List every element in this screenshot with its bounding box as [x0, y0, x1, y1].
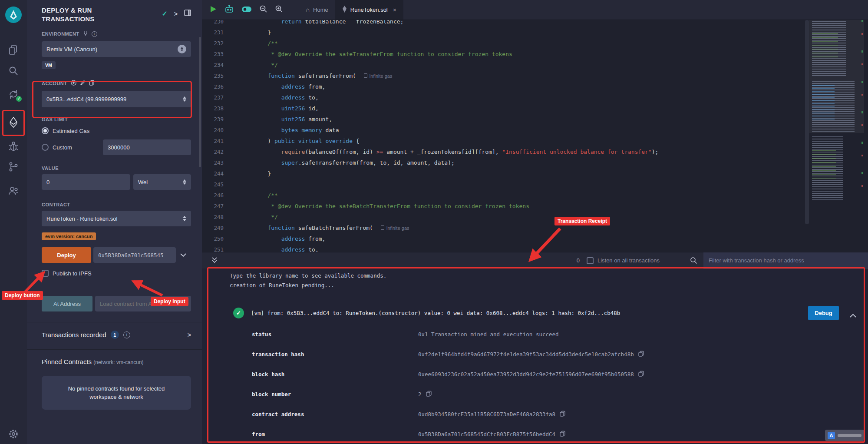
contract-stepper-icon[interactable] [180, 216, 186, 221]
code-line[interactable]: */ [254, 60, 803, 70]
code-line[interactable]: function safeBatchTransferFrom(infinite … [254, 222, 803, 233]
at-address-button[interactable]: At Address [42, 296, 92, 311]
close-tab-icon[interactable]: × [393, 7, 396, 13]
receipt-row: transaction hash 0xf2de1f964bfd4f9a6d679… [252, 344, 855, 364]
copy-icon[interactable] [560, 411, 565, 418]
account-value: 0x5B3...eddC4 (99.9999999999 [46, 96, 126, 103]
receipt-row: contract address 0xd8b934580fcE35a11B58C… [252, 404, 855, 424]
settings-icon[interactable] [8, 428, 19, 440]
solidity-compiler-icon[interactable]: ✓ [8, 89, 19, 100]
editor-scrollbar[interactable] [805, 20, 809, 224]
receipt-value: 0xd8b934580fcE35a11B58C6D73aDeE468a2833f… [418, 411, 555, 417]
code-line[interactable]: uint256 amount, [254, 114, 803, 125]
file-explorer-icon[interactable] [8, 44, 19, 56]
contract-select[interactable]: RuneToken - RuneToken.sol [42, 211, 191, 226]
code-line[interactable]: uint256 id, [254, 103, 803, 114]
remix-ide: ✓ DEPLOY & RUN TRANSACTIONS ✓ > [0, 0, 868, 444]
compile-success-badge: ✓ [16, 96, 22, 102]
code-line[interactable]: * @dev Override the safeTransferFrom fun… [254, 49, 803, 60]
account-stepper-icon[interactable] [180, 96, 186, 102]
plugin-manager-icon[interactable] [8, 185, 19, 196]
search-icon[interactable] [8, 65, 19, 76]
deploy-input[interactable] [93, 247, 176, 263]
estimated-gas-radio[interactable] [42, 127, 49, 134]
terminal-search-icon[interactable] [690, 257, 697, 264]
transaction-summary: [vm] from: 0x5B3...eddC4 to: RuneToken.(… [251, 310, 620, 316]
icon-rail: ✓ [0, 0, 27, 444]
account-select[interactable]: 0x5B3...eddC4 (99.9999999999 [42, 91, 191, 107]
run-script-icon[interactable] [210, 5, 217, 15]
fork-icon[interactable] [83, 30, 88, 38]
code-line[interactable]: * @dev Override the safeBatchTransferFro… [254, 201, 803, 212]
code-line[interactable]: } [254, 168, 803, 179]
remix-logo[interactable] [5, 6, 22, 23]
code-editor-pane: 2302312322332342352362372382392402412422… [202, 20, 868, 252]
copilot-toggle-icon[interactable] [241, 6, 252, 14]
expand-terminal-icon[interactable] [211, 257, 218, 265]
code-line[interactable] [254, 179, 803, 190]
copy-icon[interactable] [638, 351, 644, 358]
deploy-button[interactable]: Deploy [42, 247, 91, 263]
transactions-expand-icon[interactable]: > [188, 331, 191, 338]
environment-label: ENVIRONMENT [42, 31, 79, 36]
value-input[interactable] [42, 174, 130, 190]
code-line[interactable]: } [254, 27, 803, 38]
code-line[interactable]: super.safeTransferFrom(from, to, id, amo… [254, 157, 803, 168]
transactions-count-badge: 1 [111, 331, 119, 339]
copy-icon[interactable] [560, 431, 565, 438]
receipt-row: status 0x1 Transaction mined and executi… [252, 324, 855, 344]
code-line[interactable]: */ [254, 212, 803, 222]
publish-ipfs-checkbox[interactable] [42, 270, 49, 277]
debug-button[interactable]: Debug [808, 306, 839, 320]
code-line[interactable]: address from, [254, 81, 803, 92]
code-line[interactable]: /** [254, 38, 803, 49]
add-account-icon[interactable] [71, 80, 76, 87]
custom-gas-input[interactable] [103, 139, 191, 155]
ai-copilot-icon[interactable] [224, 5, 234, 15]
solidity-file-icon [342, 6, 347, 14]
code-line[interactable]: require(balanceOf(from, id) >= amount + … [254, 146, 803, 157]
zoom-out-icon[interactable] [259, 5, 267, 15]
environment-stepper-icon[interactable] [178, 45, 186, 53]
expand-panel-icon[interactable]: > [174, 10, 178, 17]
minimap[interactable] [809, 20, 864, 252]
environment-select[interactable]: Remix VM (Cancun) [42, 41, 191, 57]
tab-home[interactable]: ⌂ Home [299, 0, 335, 20]
transactions-info-icon[interactable]: i [123, 331, 130, 338]
terminal-filter-input[interactable]: Filter with transaction hash or address [703, 252, 868, 269]
collapse-receipt-icon[interactable] [850, 311, 856, 319]
source-control-icon[interactable] [8, 161, 19, 172]
toggle-panel-icon[interactable] [184, 10, 191, 18]
deploy-run-icon[interactable] [8, 116, 19, 128]
code-line[interactable]: address from, [254, 233, 803, 244]
zoom-in-icon[interactable] [275, 5, 283, 15]
code-line[interactable]: address to, [254, 244, 803, 252]
transaction-summary-row[interactable]: ✓ [vm] from: 0x5B3...eddC4 to: RuneToken… [233, 308, 620, 318]
code-line[interactable]: bytes memory data [254, 125, 803, 136]
at-address-input[interactable] [95, 296, 191, 311]
environment-info-icon[interactable]: i [92, 31, 97, 37]
tab-runetoken[interactable]: RuneToken.sol × [335, 0, 403, 20]
copy-account-icon[interactable] [89, 80, 95, 87]
code-editor[interactable]: return totalBalance - frozenBalance; } /… [254, 20, 803, 252]
evm-version-badge: evm version: cancun [42, 232, 96, 240]
value-unit-select[interactable]: Wei [133, 174, 191, 190]
terminal-line: creation of RuneToken pending... [230, 281, 386, 290]
code-line[interactable]: /** [254, 190, 803, 201]
line-number: 241 [202, 136, 224, 146]
code-line[interactable]: function safeTransferFrom(infinite gas [254, 70, 803, 81]
edit-account-icon[interactable] [80, 80, 86, 87]
copy-icon[interactable] [426, 391, 432, 398]
code-line[interactable]: address to, [254, 92, 803, 103]
deploy-expand-chevron-icon[interactable] [178, 253, 188, 257]
listen-all-checkbox[interactable] [587, 257, 594, 264]
code-line[interactable]: ) public virtual override { [254, 136, 803, 146]
pin-check-icon[interactable]: ✓ [162, 10, 167, 18]
copy-icon[interactable] [638, 371, 644, 378]
editor-tabbar: ⌂ Home RuneToken.sol × [202, 0, 868, 20]
debugger-icon[interactable] [8, 141, 19, 152]
unit-stepper-icon[interactable] [180, 179, 186, 185]
panel-scrollbar[interactable] [199, 37, 201, 167]
code-line[interactable]: return totalBalance - frozenBalance; [254, 20, 803, 27]
custom-gas-radio[interactable] [42, 144, 49, 151]
